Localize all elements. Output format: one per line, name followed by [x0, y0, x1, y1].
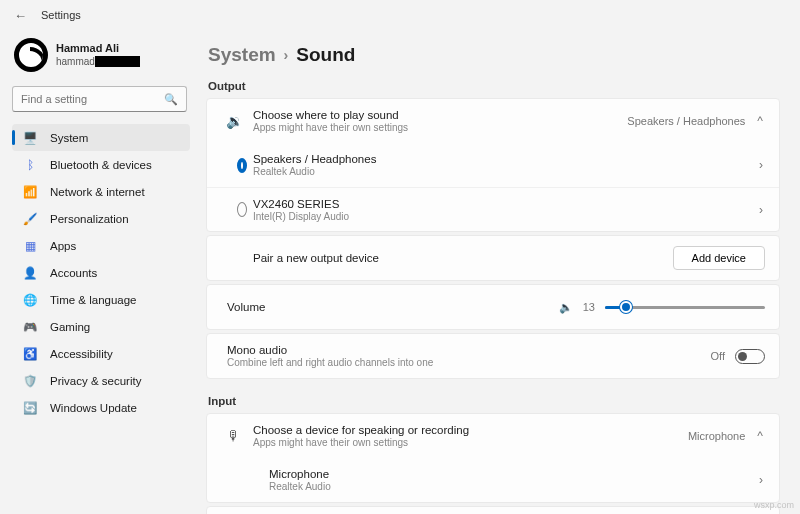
add-output-device-button[interactable]: Add device — [673, 246, 765, 270]
nav-icon: 🖥️ — [22, 131, 38, 145]
input-device-row[interactable]: MicrophoneRealtek Audio › — [207, 458, 779, 502]
nav-label: Personalization — [50, 213, 129, 225]
nav-icon: ᛒ — [22, 159, 38, 171]
output-choose-sub: Apps might have their own settings — [253, 122, 627, 133]
sidebar: Hammad Ali hammad 🔍 🖥️SystemᛒBluetooth &… — [0, 30, 200, 514]
search-icon: 🔍 — [164, 93, 178, 106]
nav-list: 🖥️SystemᛒBluetooth & devices📶Network & i… — [12, 124, 190, 421]
chevron-up-icon: ^ — [755, 114, 765, 128]
output-section-title: Output — [208, 80, 780, 92]
device-name: Microphone — [269, 468, 757, 480]
output-volume-row: Volume 🔈 13 — [207, 285, 779, 329]
nav-item-accessibility[interactable]: ♿Accessibility — [12, 340, 190, 367]
device-sub: Realtek Audio — [253, 166, 757, 177]
nav-item-windows-update[interactable]: 🔄Windows Update — [12, 394, 190, 421]
input-choose-card: 🎙 Choose a device for speaking or record… — [206, 413, 780, 503]
radio-button[interactable] — [237, 202, 247, 217]
device-sub: Intel(R) Display Audio — [253, 211, 757, 222]
nav-icon: 📶 — [22, 185, 38, 199]
breadcrumb-current: Sound — [296, 44, 355, 66]
mono-audio-title: Mono audio — [227, 344, 711, 356]
output-choose-title: Choose where to play sound — [253, 109, 627, 121]
nav-icon: ▦ — [22, 239, 38, 253]
output-choose-row[interactable]: 🔉 Choose where to play sound Apps might … — [207, 99, 779, 143]
nav-label: Privacy & security — [50, 375, 141, 387]
nav-label: Time & language — [50, 294, 137, 306]
output-choose-card: 🔉 Choose where to play sound Apps might … — [206, 98, 780, 232]
mono-audio-toggle[interactable] — [735, 349, 765, 364]
volume-down-icon[interactable]: 🔈 — [559, 301, 573, 314]
nav-label: Gaming — [50, 321, 90, 333]
output-volume-label: Volume — [227, 301, 559, 313]
input-pair-card: Pair a new input device Add device — [206, 506, 780, 514]
nav-icon: 🖌️ — [22, 212, 38, 226]
search-input[interactable] — [21, 93, 164, 105]
output-pair-card: Pair a new output device Add device — [206, 235, 780, 281]
mono-audio-state: Off — [711, 350, 725, 362]
nav-icon: 🔄 — [22, 401, 38, 415]
nav-item-apps[interactable]: ▦Apps — [12, 232, 190, 259]
output-pair-label: Pair a new output device — [253, 252, 673, 264]
nav-label: Network & internet — [50, 186, 145, 198]
nav-label: Accessibility — [50, 348, 113, 360]
avatar — [14, 38, 48, 72]
output-device-row[interactable]: Speakers / HeadphonesRealtek Audio › — [207, 143, 779, 187]
device-name: Speakers / Headphones — [253, 153, 757, 165]
nav-label: Bluetooth & devices — [50, 159, 152, 171]
breadcrumb: System › Sound — [208, 44, 780, 66]
nav-item-system[interactable]: 🖥️System — [12, 124, 190, 151]
mono-audio-card: Mono audio Combine left and right audio … — [206, 333, 780, 379]
input-choose-row[interactable]: 🎙 Choose a device for speaking or record… — [207, 414, 779, 458]
speaker-icon: 🔉 — [221, 113, 247, 129]
input-choose-title: Choose a device for speaking or recordin… — [253, 424, 688, 436]
output-volume-value: 13 — [583, 301, 595, 313]
user-email: hammad — [56, 56, 95, 67]
user-name: Hammad Ali — [56, 42, 140, 54]
nav-icon: 👤 — [22, 266, 38, 280]
device-sub: Realtek Audio — [269, 481, 757, 492]
input-pair-row: Pair a new input device Add device — [207, 507, 779, 514]
nav-item-privacy-security[interactable]: 🛡️Privacy & security — [12, 367, 190, 394]
nav-label: Apps — [50, 240, 76, 252]
nav-label: System — [50, 132, 88, 144]
breadcrumb-parent[interactable]: System — [208, 44, 276, 66]
chevron-right-icon: › — [757, 203, 765, 217]
search-box[interactable]: 🔍 — [12, 86, 187, 112]
chevron-right-icon: › — [757, 473, 765, 487]
input-section-title: Input — [208, 395, 780, 407]
watermark: wsxp.com — [754, 500, 794, 510]
radio-button[interactable] — [237, 158, 247, 173]
mono-audio-sub: Combine left and right audio channels in… — [227, 357, 711, 368]
device-name: VX2460 SERIES — [253, 198, 757, 210]
content-pane: System › Sound Output 🔉 Choose where to … — [200, 30, 800, 514]
window-title: Settings — [41, 9, 81, 21]
nav-item-time-language[interactable]: 🌐Time & language — [12, 286, 190, 313]
nav-icon: ♿ — [22, 347, 38, 361]
output-volume-slider[interactable] — [605, 306, 765, 309]
nav-label: Accounts — [50, 267, 97, 279]
output-volume-card: Volume 🔈 13 — [206, 284, 780, 330]
chevron-right-icon: › — [757, 158, 765, 172]
input-choose-sub: Apps might have their own settings — [253, 437, 688, 448]
nav-icon: 🌐 — [22, 293, 38, 307]
user-block[interactable]: Hammad Ali hammad — [14, 38, 190, 72]
mono-audio-row[interactable]: Mono audio Combine left and right audio … — [207, 334, 779, 378]
chevron-right-icon: › — [284, 47, 289, 63]
output-selected-device: Speakers / Headphones — [627, 115, 745, 127]
nav-item-gaming[interactable]: 🎮Gaming — [12, 313, 190, 340]
nav-item-accounts[interactable]: 👤Accounts — [12, 259, 190, 286]
output-device-row[interactable]: VX2460 SERIESIntel(R) Display Audio › — [207, 187, 779, 231]
nav-label: Windows Update — [50, 402, 137, 414]
nav-item-network-internet[interactable]: 📶Network & internet — [12, 178, 190, 205]
microphone-icon: 🎙 — [221, 428, 247, 444]
back-icon[interactable]: ← — [14, 8, 27, 23]
nav-item-personalization[interactable]: 🖌️Personalization — [12, 205, 190, 232]
nav-icon: 🎮 — [22, 320, 38, 334]
input-selected-device: Microphone — [688, 430, 745, 442]
output-pair-row: Pair a new output device Add device — [207, 236, 779, 280]
nav-item-bluetooth-devices[interactable]: ᛒBluetooth & devices — [12, 151, 190, 178]
chevron-up-icon: ^ — [755, 429, 765, 443]
nav-icon: 🛡️ — [22, 374, 38, 388]
